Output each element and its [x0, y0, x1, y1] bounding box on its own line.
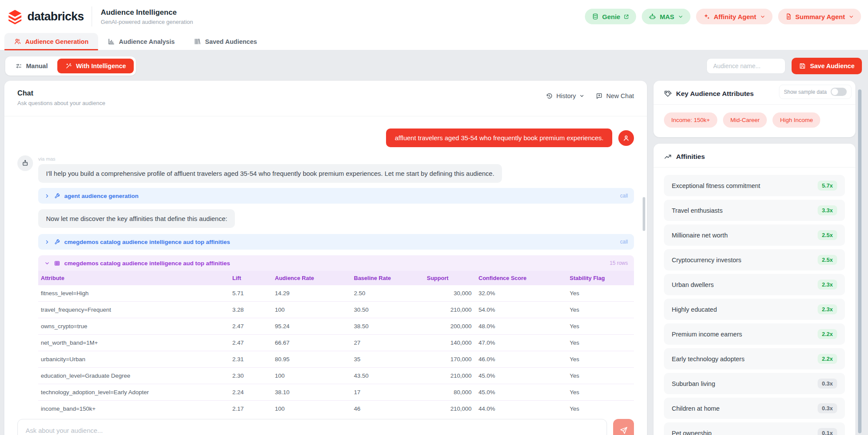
- cell-lift: 5.71: [231, 285, 274, 301]
- cell-support: 200,000: [426, 318, 478, 334]
- cell-confidence-score: 45.0%: [478, 368, 569, 384]
- affinity-lift-badge: 2.5x: [818, 255, 837, 265]
- cell-attribute: fitness_level=High: [40, 285, 231, 301]
- table-body: fitness_level=High 5.71 14.29 2.50 30,00…: [38, 285, 634, 434]
- cell-baseline-rate: 17: [353, 384, 426, 400]
- tab-label: Saved Audiences: [205, 38, 257, 45]
- cell-confidence-score: 54.0%: [478, 302, 569, 318]
- cell-support: 170,000: [426, 351, 478, 367]
- header-divider: [92, 7, 92, 26]
- cell-audience-rate: 95.24: [274, 318, 353, 334]
- robot-icon: [21, 159, 29, 167]
- sidebar-scrollbar[interactable]: [858, 89, 861, 433]
- tool-result-label: cmegdemos catalog audience intelligence …: [64, 260, 230, 267]
- tool-call-row-agent-audience-generation[interactable]: agent audience generation call: [38, 188, 634, 204]
- cell-attribute: urbanicity=Urban: [40, 351, 231, 367]
- affinity-item[interactable]: Suburban living 0.3x: [664, 373, 845, 394]
- toggle-knob: [832, 89, 838, 95]
- affinity-item[interactable]: Exceptional fitness commitment 5.7x: [664, 175, 845, 196]
- table-column-header: Support: [426, 271, 478, 285]
- affinity-item[interactable]: Travel enthusiasts 3.3x: [664, 200, 845, 221]
- audience-name-input[interactable]: [706, 58, 785, 74]
- cell-confidence-score: 46.0%: [478, 351, 569, 367]
- genie-button[interactable]: Genie: [585, 9, 637, 24]
- table-row[interactable]: net_worth_band=1M+ 2.47 66.67 27 140,000…: [38, 335, 634, 351]
- cell-confidence-score: 32.0%: [478, 285, 569, 301]
- mode-toolbar: Manual With Intelligence Save Audience: [5, 56, 862, 76]
- attribute-pill[interactable]: High Income: [772, 112, 820, 128]
- chat-scrollbar[interactable]: [643, 197, 645, 231]
- tool-call-row-top-affinities[interactable]: cmegdemos catalog audience intelligence …: [38, 234, 634, 250]
- table-row[interactable]: education_level=Graduate Degree 2.30 100…: [38, 368, 634, 384]
- with-intelligence-button[interactable]: With Intelligence: [57, 59, 134, 73]
- cell-audience-rate: 66.67: [274, 335, 353, 351]
- affinity-item[interactable]: Urban dwellers 2.3x: [664, 274, 845, 295]
- chat-subtitle: Ask questions about your audience: [17, 100, 105, 106]
- history-button[interactable]: History: [546, 92, 584, 99]
- app-title-block: Audience Intelligence GenAI-powered audi…: [101, 8, 193, 25]
- assistant-message-bubble: I'll help you build a comprehensive prof…: [38, 164, 502, 183]
- send-button[interactable]: [613, 419, 634, 435]
- database-icon: [592, 13, 599, 20]
- table-row[interactable]: travel_frequency=Frequent 3.28 100 30.50…: [38, 302, 634, 318]
- affinity-item[interactable]: Premium income earners 2.2x: [664, 323, 845, 345]
- tab-audience-analysis[interactable]: Audience Analysis: [98, 33, 184, 50]
- chat-input[interactable]: [17, 419, 607, 435]
- cell-audience-rate: 14.29: [274, 285, 353, 301]
- mas-button[interactable]: MAS: [642, 9, 690, 24]
- show-sample-data-toggle[interactable]: [831, 88, 847, 96]
- affinity-lift-badge: 3.3x: [818, 205, 837, 215]
- tab-label: Audience Generation: [25, 38, 89, 45]
- cell-attribute: travel_frequency=Frequent: [40, 302, 231, 318]
- affinity-item[interactable]: Millionaire net worth 2.5x: [664, 224, 845, 246]
- affinity-lift-badge: 2.5x: [818, 230, 837, 240]
- table-row[interactable]: technology_adoption_level=Early Adopter …: [38, 384, 634, 401]
- tool-result-header[interactable]: cmegdemos catalog audience intelligence …: [38, 255, 634, 271]
- chat-messages: affluent travelers aged 35-54 who freque…: [4, 116, 647, 434]
- wrench-icon: [54, 239, 60, 245]
- table-row[interactable]: urbanicity=Urban 2.31 80.95 35 170,000 4…: [38, 351, 634, 368]
- row-count-badge: 15 rows: [610, 260, 628, 266]
- cell-attribute: technology_adoption_level=Early Adopter: [40, 384, 231, 400]
- tab-audience-generation[interactable]: Audience Generation: [4, 33, 98, 50]
- attribute-pills: Income: 150k+Mid-CareerHigh Income: [653, 105, 855, 137]
- cell-stability-flag: Yes: [569, 285, 634, 301]
- bot-icon: [649, 13, 656, 20]
- cell-stability-flag: Yes: [569, 302, 634, 318]
- cell-baseline-rate: 35: [353, 351, 426, 367]
- history-label: History: [556, 92, 576, 99]
- affinity-item[interactable]: Children at home 0.3x: [664, 398, 845, 419]
- affinity-item[interactable]: Highly educated 2.3x: [664, 299, 845, 320]
- affinity-agent-button[interactable]: Affinity Agent: [696, 9, 772, 24]
- affinity-item[interactable]: Pet ownership 0.1x: [664, 422, 845, 435]
- summary-agent-button[interactable]: Summary Agent: [778, 9, 861, 24]
- save-audience-button[interactable]: Save Audience: [792, 58, 862, 74]
- affinity-lift-badge: 2.3x: [818, 304, 837, 314]
- attribute-pill[interactable]: Mid-Career: [723, 112, 767, 128]
- table-row[interactable]: fitness_level=High 5.71 14.29 2.50 30,00…: [38, 285, 634, 302]
- chat-panel: Chat Ask questions about your audience H…: [4, 81, 647, 435]
- affinity-lift-badge: 2.2x: [818, 354, 837, 364]
- table-column-header: Confidence Score: [478, 271, 569, 285]
- app-header: databricks Audience Intelligence GenAI-p…: [0, 0, 868, 33]
- affinity-lift-badge: 2.2x: [818, 329, 837, 339]
- save-icon: [799, 63, 806, 69]
- wrench-icon: [54, 193, 60, 199]
- table-row[interactable]: owns_crypto=true 2.47 95.24 38.50 200,00…: [38, 318, 634, 335]
- page-title: Audience Intelligence: [101, 8, 193, 17]
- manual-mode-button[interactable]: Manual: [7, 59, 56, 73]
- new-chat-button[interactable]: New Chat: [596, 92, 634, 99]
- affinity-lift-badge: 0.3x: [818, 403, 837, 413]
- cell-stability-flag: Yes: [569, 368, 634, 384]
- document-icon: [785, 13, 792, 20]
- tab-saved-audiences[interactable]: Saved Audiences: [184, 33, 267, 50]
- cell-baseline-rate: 27: [353, 335, 426, 351]
- affinities-card: Affinities Exceptional fitness commitmen…: [653, 144, 855, 435]
- affinity-item[interactable]: Early technology adopters 2.2x: [664, 348, 845, 369]
- affinity-item[interactable]: Cryptocurrency investors 2.5x: [664, 249, 845, 270]
- chevron-down-icon: [678, 14, 683, 20]
- table-header-row: AttributeLiftAudience RateBaseline RateS…: [38, 271, 634, 285]
- affinity-lift-badge: 5.7x: [818, 181, 837, 191]
- attribute-pill[interactable]: Income: 150k+: [664, 112, 717, 128]
- bar-chart-icon: [108, 38, 115, 45]
